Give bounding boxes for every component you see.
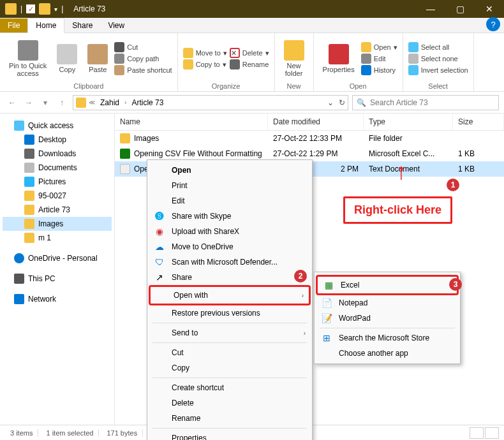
annotation-arrow: ↑ xyxy=(396,158,407,185)
ctx-choose-app[interactable]: Choose another app xyxy=(316,346,459,361)
paste-icon xyxy=(87,44,108,64)
select-all-button[interactable]: Select all xyxy=(408,42,468,52)
ctx-open-with[interactable]: Open with› xyxy=(149,285,311,305)
chevron-icon[interactable]: ≪ xyxy=(89,99,95,106)
address-dropdown-icon[interactable]: ⌄ xyxy=(327,98,334,107)
view-large-button[interactable] xyxy=(485,427,499,439)
folder-icon xyxy=(76,98,86,108)
delete-button[interactable]: ✕Delete ▾ xyxy=(230,48,269,58)
sidebar-item-folder[interactable]: Article 73 xyxy=(3,203,112,217)
sidebar-item-quick-access[interactable]: Quick access xyxy=(3,119,112,133)
recent-button[interactable]: ▾ xyxy=(38,96,52,110)
sidebar-item-downloads[interactable]: Downloads xyxy=(3,147,112,161)
excel-icon: ▦ xyxy=(323,279,334,291)
history-button[interactable]: History xyxy=(361,65,397,75)
tab-file[interactable]: File xyxy=(0,18,27,33)
cut-button[interactable]: Cut xyxy=(114,42,172,52)
column-name[interactable]: Name xyxy=(115,114,268,130)
chevron-right-icon: › xyxy=(302,292,304,299)
copy-path-icon xyxy=(114,54,124,64)
ctx-cut[interactable]: Cut xyxy=(149,345,311,360)
folder-icon[interactable] xyxy=(39,3,50,15)
close-button[interactable]: ✕ xyxy=(475,0,504,18)
pin-to-quick-access-button[interactable]: Pin to Quick access xyxy=(5,36,50,82)
ctx-edit[interactable]: Edit xyxy=(149,193,311,209)
sidebar-item-desktop[interactable]: Desktop xyxy=(3,133,112,147)
ctx-sharex[interactable]: ◉Upload with ShareX xyxy=(149,224,311,239)
help-icon[interactable]: ? xyxy=(486,17,500,31)
copy-to-icon xyxy=(183,59,193,70)
ctx-open[interactable]: Open xyxy=(149,163,311,178)
select-all-icon xyxy=(408,42,419,52)
ctx-rename[interactable]: Rename xyxy=(149,411,311,426)
forward-button[interactable]: → xyxy=(22,96,36,110)
ctx-share-skype[interactable]: 🅢Share with Skype xyxy=(149,209,311,224)
chevron-icon[interactable]: › xyxy=(124,99,126,106)
copy-path-button[interactable]: Copy path xyxy=(114,54,172,64)
checkbox-icon[interactable]: ✓ xyxy=(26,4,35,13)
ctx-delete[interactable]: Delete xyxy=(149,395,311,411)
properties-icon xyxy=(329,44,349,64)
ctx-move-onedrive[interactable]: ☁Move to OneDrive xyxy=(149,239,311,254)
tab-home[interactable]: Home xyxy=(27,18,64,33)
column-size[interactable]: Size xyxy=(453,114,504,130)
tab-view[interactable]: View xyxy=(100,18,132,33)
shield-icon: 🛡 xyxy=(154,256,165,268)
sidebar-item-network[interactable]: Network xyxy=(3,292,112,306)
sidebar-item-folder[interactable]: 95-0027 xyxy=(3,189,112,203)
copy-button[interactable]: Copy xyxy=(53,36,81,82)
ctx-excel[interactable]: ▦Excel 3 xyxy=(316,275,459,295)
ctx-properties[interactable]: Properties xyxy=(149,430,311,440)
new-folder-icon xyxy=(284,40,304,61)
ctx-copy[interactable]: Copy xyxy=(149,360,311,376)
move-to-button[interactable]: Move to ▾ xyxy=(183,48,227,58)
back-button[interactable]: ← xyxy=(5,96,19,110)
open-button[interactable]: Open ▾ xyxy=(361,42,397,52)
sidebar-item-documents[interactable]: Documents xyxy=(3,161,112,175)
folder-icon xyxy=(24,233,34,243)
column-type[interactable]: Type xyxy=(364,114,453,130)
qat-dropdown-icon[interactable]: ▾ xyxy=(54,6,57,13)
copy-to-button[interactable]: Copy to ▾ xyxy=(183,59,227,70)
search-icon: 🔍 xyxy=(357,98,366,107)
ctx-create-shortcut[interactable]: Create shortcut xyxy=(149,380,311,395)
column-headers[interactable]: Name Date modified Type Size xyxy=(115,114,504,131)
ctx-send-to[interactable]: Send to› xyxy=(149,325,311,341)
breadcrumb[interactable]: Article 73 xyxy=(129,98,166,107)
ctx-defender[interactable]: 🛡Scan with Microsoft Defender... xyxy=(149,254,311,270)
search-box[interactable]: 🔍 Search Article 73 xyxy=(352,95,499,110)
properties-button[interactable]: Properties xyxy=(319,36,359,82)
tab-share[interactable]: Share xyxy=(64,18,100,33)
maximize-button[interactable]: ▢ xyxy=(445,0,475,18)
select-none-button[interactable]: Select none xyxy=(408,54,468,64)
minimize-button[interactable]: — xyxy=(416,0,445,18)
ctx-restore-versions[interactable]: Restore previous versions xyxy=(149,305,311,321)
column-date[interactable]: Date modified xyxy=(268,114,364,130)
ctx-share[interactable]: ↗Share 2 xyxy=(149,270,311,285)
new-folder-button[interactable]: New folder xyxy=(280,36,308,82)
ctx-notepad[interactable]: 📄Notepad xyxy=(316,295,459,311)
paste-shortcut-button[interactable]: Paste shortcut xyxy=(114,65,172,75)
ctx-search-store[interactable]: ⊞Search the Microsoft Store xyxy=(316,330,459,346)
ctx-print[interactable]: Print xyxy=(149,178,311,193)
sidebar-item-pictures[interactable]: Pictures xyxy=(3,175,112,189)
refresh-icon[interactable]: ↻ xyxy=(339,98,345,107)
up-button[interactable]: ↑ xyxy=(55,96,69,110)
sidebar-item-this-pc[interactable]: This PC xyxy=(3,272,112,286)
sidebar-item-onedrive[interactable]: OneDrive - Personal xyxy=(3,251,112,265)
sidebar-item-folder[interactable]: m 1 xyxy=(3,231,112,245)
ctx-wordpad[interactable]: 📝WordPad xyxy=(316,311,459,326)
file-row[interactable]: Images 27-Oct-22 12:33 PM File folder xyxy=(115,131,504,146)
view-details-button[interactable] xyxy=(470,427,484,439)
breadcrumb[interactable]: Zahid xyxy=(98,98,122,107)
rename-button[interactable]: Rename xyxy=(230,59,269,70)
sidebar-item-images[interactable]: Images xyxy=(3,217,112,231)
share-icon: ↗ xyxy=(154,272,165,283)
invert-selection-button[interactable]: Invert selection xyxy=(408,65,468,75)
paste-button[interactable]: Paste xyxy=(84,36,112,82)
onedrive-icon: ☁ xyxy=(154,241,165,253)
copy-icon xyxy=(57,44,77,64)
edit-button[interactable]: Edit xyxy=(361,54,397,64)
address-bar[interactable]: ≪ Zahid › Article 73 ⌄ ↻ xyxy=(73,95,348,110)
context-submenu-open-with: ▦Excel 3 📄Notepad 📝WordPad ⊞Search the M… xyxy=(314,272,461,364)
